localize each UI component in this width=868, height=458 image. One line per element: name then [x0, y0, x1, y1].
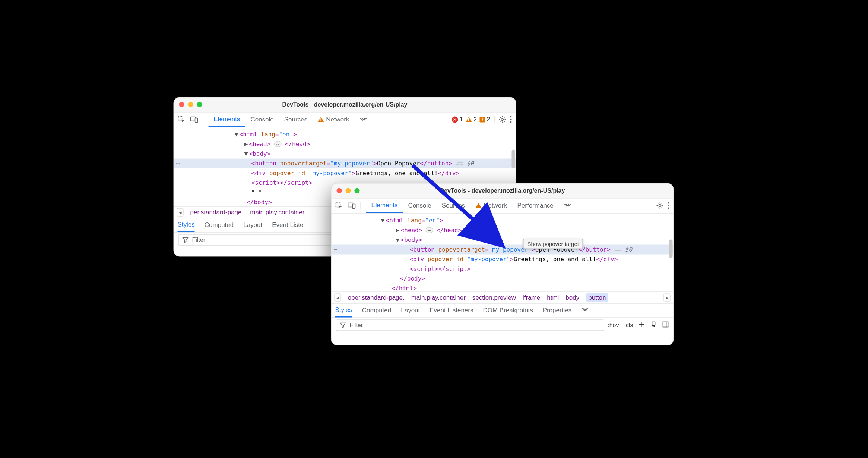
- crumb-item[interactable]: section.preview: [472, 294, 516, 301]
- crumb-item[interactable]: main.play.container: [250, 208, 304, 216]
- zoom-icon[interactable]: [355, 188, 360, 193]
- ptab-computed[interactable]: Computed: [362, 307, 391, 314]
- close-icon[interactable]: [337, 188, 342, 193]
- close-icon[interactable]: [179, 102, 184, 107]
- chevron-left-icon[interactable]: ◂: [335, 293, 341, 301]
- svg-point-13: [668, 208, 669, 209]
- crumb-item[interactable]: main.play.container: [411, 294, 466, 301]
- kebab-icon[interactable]: [510, 116, 512, 123]
- new-style-rule-icon[interactable]: [639, 321, 645, 329]
- tabs-overflow[interactable]: [559, 198, 577, 213]
- svg-point-6: [510, 121, 512, 123]
- ptab-event-listeners[interactable]: Event Listeners: [430, 307, 473, 314]
- issue-icon: !: [480, 117, 485, 122]
- ptab-styles[interactable]: Styles: [178, 218, 195, 232]
- inspect-icon[interactable]: [178, 116, 185, 123]
- styles-filter-row: Filter :hov .cls: [332, 318, 674, 332]
- window-title: DevTools - developer.mozilla.org/en-US/p…: [174, 101, 516, 108]
- svg-rect-2: [195, 118, 198, 123]
- warning-icon: [475, 203, 481, 208]
- window-controls: [179, 102, 202, 107]
- ptab-styles[interactable]: Styles: [335, 303, 352, 317]
- warning-icon: [466, 117, 472, 122]
- more-icon[interactable]: ⋯: [334, 244, 338, 254]
- svg-point-12: [668, 205, 669, 206]
- issue-counters[interactable]: ✕1 2 !2: [447, 116, 495, 123]
- gear-icon[interactable]: [656, 202, 664, 209]
- crumb-item[interactable]: oper.standard-page.: [348, 294, 405, 301]
- styles-filter-input[interactable]: Filter: [336, 319, 604, 331]
- minimize-icon[interactable]: [188, 102, 193, 107]
- ptab-properties[interactable]: Properties: [543, 307, 571, 314]
- minimize-icon[interactable]: [346, 188, 351, 193]
- svg-rect-15: [663, 322, 668, 327]
- ptab-computed[interactable]: Computed: [205, 221, 234, 229]
- computed-sidebar-icon[interactable]: [662, 321, 669, 329]
- svg-rect-9: [353, 204, 355, 209]
- svg-point-5: [510, 119, 512, 120]
- tab-elements[interactable]: Elements: [209, 112, 245, 127]
- dom-tree[interactable]: ▼<html lang="en"> ▶<head> ⋯ </head> ▼<bo…: [332, 213, 674, 291]
- devtools-window-after: DevTools - developer.mozilla.org/en-US/p…: [331, 183, 674, 345]
- crumb-item[interactable]: iframe: [523, 294, 540, 301]
- ptab-layout[interactable]: Layout: [401, 307, 420, 314]
- styles-panel-tabs: Styles Computed Layout Event Listeners D…: [332, 303, 674, 318]
- svg-rect-14: [652, 322, 655, 325]
- tab-console[interactable]: Console: [245, 112, 279, 127]
- svg-point-3: [501, 119, 504, 121]
- error-icon: ✕: [452, 116, 458, 123]
- tab-sources[interactable]: Sources: [437, 198, 470, 213]
- ptabs-overflow[interactable]: [581, 307, 589, 314]
- hov-toggle[interactable]: :hov: [608, 322, 619, 328]
- svg-rect-8: [348, 203, 353, 207]
- filter-icon: [340, 322, 346, 328]
- svg-rect-1: [191, 117, 196, 121]
- ptab-event-listeners[interactable]: Event Liste: [272, 221, 303, 229]
- scrollbar[interactable]: [669, 239, 673, 258]
- breadcrumb[interactable]: ◂ oper.standard-page. main.play.containe…: [332, 291, 674, 303]
- tab-console[interactable]: Console: [403, 198, 436, 213]
- ptab-dom-breakpoints[interactable]: DOM Breakpoints: [483, 307, 533, 314]
- crumb-item[interactable]: html: [547, 294, 559, 301]
- tabs-overflow[interactable]: [354, 112, 372, 127]
- gear-icon[interactable]: [499, 116, 506, 123]
- crumb-item[interactable]: body: [566, 294, 579, 301]
- window-controls: [337, 188, 360, 193]
- crumb-item[interactable]: per.standard-page.: [190, 208, 244, 216]
- zoom-icon[interactable]: [197, 102, 202, 107]
- chevron-left-icon[interactable]: ◂: [177, 208, 184, 216]
- filter-icon: [183, 237, 189, 243]
- scrollbar[interactable]: [512, 149, 515, 168]
- warning-icon: [318, 117, 324, 122]
- titlebar: DevTools - developer.mozilla.org/en-US/p…: [332, 183, 674, 198]
- cls-toggle[interactable]: .cls: [624, 322, 633, 328]
- crumb-item-selected[interactable]: button: [586, 293, 608, 302]
- tab-performance[interactable]: Performance: [512, 198, 558, 213]
- tab-elements[interactable]: Elements: [366, 198, 403, 213]
- ellipsis-icon[interactable]: ⋯: [274, 141, 281, 147]
- chevron-right-icon[interactable]: ▸: [664, 293, 671, 301]
- svg-point-10: [659, 205, 661, 207]
- svg-point-11: [668, 202, 669, 204]
- popover-target-link[interactable]: my-popover: [492, 246, 528, 253]
- tab-sources[interactable]: Sources: [279, 112, 313, 127]
- ptab-layout[interactable]: Layout: [243, 221, 262, 229]
- devtools-toolbar: Elements Console Sources Network Perform…: [332, 198, 674, 213]
- svg-point-4: [510, 116, 512, 118]
- tab-network[interactable]: Network: [470, 198, 512, 213]
- inspect-icon[interactable]: [335, 202, 343, 209]
- tab-network[interactable]: Network: [313, 112, 354, 127]
- kebab-icon[interactable]: [668, 202, 670, 209]
- devtools-toolbar: Elements Console Sources Network ✕1 2 !2: [174, 112, 516, 127]
- titlebar: DevTools - developer.mozilla.org/en-US/p…: [174, 97, 516, 112]
- device-toggle-icon[interactable]: [190, 116, 199, 123]
- ellipsis-icon[interactable]: ⋯: [426, 227, 433, 233]
- paintbrush-icon[interactable]: [650, 321, 657, 329]
- more-icon[interactable]: ⋯: [176, 158, 180, 168]
- device-toggle-icon[interactable]: [348, 202, 356, 209]
- window-title: DevTools - developer.mozilla.org/en-US/p…: [332, 187, 674, 194]
- tooltip: Show popover target: [523, 239, 583, 249]
